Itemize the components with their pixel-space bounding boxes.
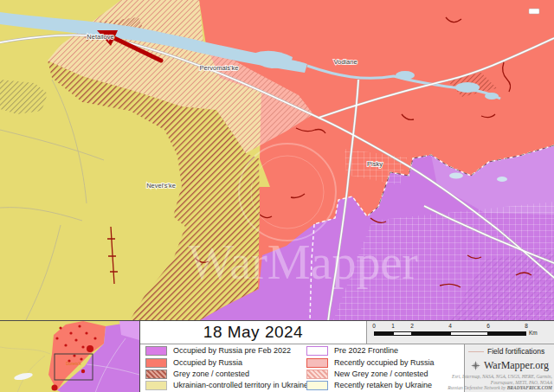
warmapper-screenshot: WarMapper Netailove Pervomais'ke Vodiane…: [0, 0, 554, 392]
legend-item-occupied-russia: Occupied by Russia: [145, 357, 242, 368]
scale-tick: 8: [525, 323, 528, 329]
scale-bar-segments: [374, 331, 526, 336]
legend-item-occupied-pre-2022: Occupied by Russia pre Feb 2022: [145, 345, 291, 356]
main-map: WarMapper Netailove Pervomais'ke Vodiane…: [0, 0, 554, 320]
legend-swatch-frontline: [306, 346, 328, 356]
scale-bar: 0 1 2 4 6 8 Km: [366, 321, 554, 344]
legend-item-pre-2022-frontline: Pre 2022 Frontline: [306, 345, 398, 356]
compass-rose-icon: [471, 361, 480, 370]
pond-3: [455, 82, 480, 93]
route-shield: [529, 9, 539, 14]
branding-block: Field fortifications WarMapper.org Esri,…: [464, 344, 554, 392]
town-label-pervomaiske: Pervomais'ke: [200, 64, 239, 72]
map-footer: Donets'k 18 May 2024 0 1 2 4 6 8: [0, 320, 554, 392]
legend-swatch-recently-occupied: [306, 358, 328, 368]
map-date: 18 May 2024: [203, 323, 303, 342]
legend-item-recently-retaken: Recently retaken by Ukraine: [306, 380, 432, 390]
pond-2: [396, 71, 415, 80]
attribution: Esri, Intermap, NASA, NGA, USGS, HERE, G…: [448, 374, 552, 391]
legend-item-ukrainian-territory: Ukrainian-controlled territory in Ukrain…: [145, 380, 308, 390]
minimap-city-label: Donets'k: [66, 362, 81, 366]
town-label-netailove: Netailove: [87, 33, 113, 41]
watermark-text: WarMapper: [188, 235, 418, 289]
site-branding: WarMapper.org: [465, 359, 554, 372]
overview-minimap: Donets'k: [0, 321, 140, 392]
legend-item-field-fortifications: Field fortifications: [468, 347, 551, 356]
legend-swatch-yellow: [145, 381, 167, 390]
legend-item-grey-zone: Grey zone / contested: [145, 369, 249, 379]
scale-tick: 6: [486, 323, 490, 329]
town-label-pisky: Pisky: [367, 160, 383, 168]
legend-swatch-new-grey-zone: [306, 370, 328, 379]
legend-swatch-purple: [145, 346, 167, 356]
legend-swatch-grey-zone: [145, 370, 167, 379]
attribution-line: Esri, Intermap, NASA, NGA, USGS, HERE, G…: [448, 374, 552, 380]
legend-area-column: Occupied by Russia pre Feb 2022 Occupied…: [140, 344, 301, 392]
legend-overlay-column: Pre 2022 Frontline Recently occupied by …: [301, 344, 464, 392]
pond-6: [497, 177, 507, 182]
site-name: WarMapper.org: [484, 359, 549, 372]
legend-swatch-fortification-line: [468, 351, 484, 352]
pond-4: [485, 93, 499, 100]
pond-5: [449, 173, 463, 179]
attribution-line: Russian Defensive Network by BRADYAFRICK…: [448, 385, 552, 391]
scale-tick: 1: [391, 323, 395, 329]
scale-unit: Km: [529, 330, 538, 336]
scale-tick: 4: [448, 323, 452, 329]
scale-tick: 2: [410, 323, 414, 329]
scale-tick: 0: [372, 323, 376, 329]
town-label-vodiane: Vodiane: [333, 58, 357, 66]
town-label-nevelske: Nevel's'ke: [146, 182, 176, 190]
legend-swatch-red: [145, 358, 167, 368]
title-block: 18 May 2024: [140, 321, 366, 344]
legend-item-recently-occupied: Recently occupied by Russia: [306, 357, 435, 368]
legend-swatch-recently-retaken: [306, 381, 328, 390]
legend-item-new-grey-zone: New Grey zone / contested: [306, 369, 428, 379]
